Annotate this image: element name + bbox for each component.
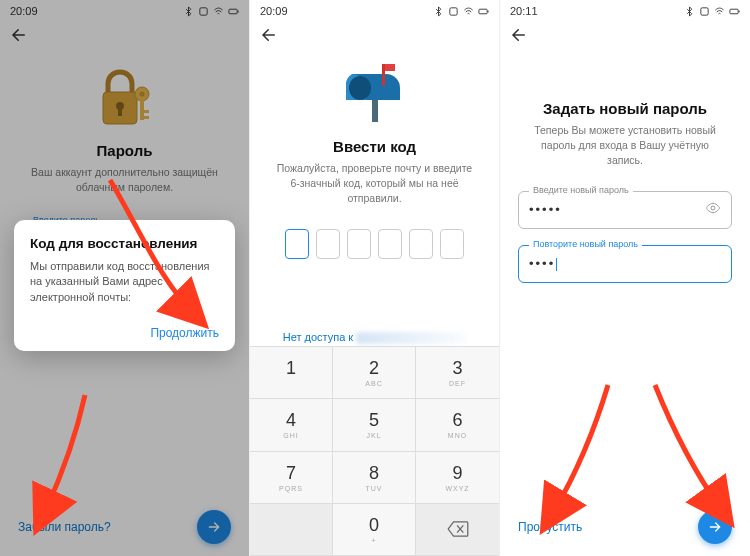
svg-rect-13 [488,10,489,12]
svg-rect-17 [385,64,395,71]
screen-password: 20:09 Пароль Ваш аккаунт дополнительно з [0,0,250,556]
no-access-link[interactable]: Нет доступа к [250,331,499,344]
wifi-icon [714,6,725,17]
rotate-icon [699,6,710,17]
dialog-title: Код для восстановления [30,236,219,251]
skip-link[interactable]: Пропустить [518,520,582,534]
code-digit[interactable] [378,229,402,259]
redacted-email [356,332,466,344]
status-indicators [433,6,489,17]
mailbox-icon [346,62,404,130]
bluetooth-icon [433,6,444,17]
field-label: Введите новый пароль [529,185,633,195]
status-time: 20:09 [260,5,288,17]
new-password-input[interactable]: Введите новый пароль ••••• [518,191,732,229]
status-bar: 20:09 [250,0,499,22]
field-value: ••••• [529,202,562,217]
code-digit[interactable] [440,229,464,259]
code-digit[interactable] [409,229,433,259]
code-digit[interactable] [347,229,371,259]
rotate-icon [448,6,459,17]
eye-icon[interactable] [705,200,721,220]
page-title: Ввести код [333,138,416,155]
code-inputs[interactable] [285,229,464,259]
svg-point-15 [349,76,371,100]
keypad-key-0[interactable]: 0+ [333,504,416,556]
keypad-key-1[interactable]: 1 [250,347,333,399]
keypad-key-4[interactable]: 4GHI [250,399,333,451]
screen-enter-code: 20:09 Ввести код Пожалуйста, проверьте п… [250,0,500,556]
keypad-key-9[interactable]: 9WXYZ [416,452,499,504]
dialog-continue-button[interactable]: Продолжить [150,326,219,340]
field-label: Повторите новый пароль [529,239,642,249]
svg-rect-16 [382,64,385,86]
keypad-key-3[interactable]: 3DEF [416,347,499,399]
svg-rect-11 [450,7,457,14]
bluetooth-icon [684,6,695,17]
keypad-key-2[interactable]: 2ABC [333,347,416,399]
code-digit[interactable] [285,229,309,259]
screen-new-password: 20:11 Задать новый пароль Теперь Вы може… [500,0,750,556]
status-bar: 20:11 [500,0,750,22]
svg-rect-12 [479,9,487,14]
code-digit[interactable] [316,229,340,259]
svg-rect-20 [739,10,740,12]
dialog-body: Мы отправили код восстановления на указа… [30,259,219,305]
page-title: Задать новый пароль [543,100,707,117]
svg-point-21 [711,206,715,210]
keypad-key-6[interactable]: 6MNO [416,399,499,451]
numeric-keypad: 1 2ABC3DEF4GHI5JKL6MNO7PQRS8TUV9WXYZ0+ [250,346,499,556]
battery-icon [478,6,489,17]
battery-icon [729,6,740,17]
backspace-icon [447,521,469,537]
back-icon[interactable] [510,26,528,48]
page-subtitle: Пожалуйста, проверьте почту и введите 6-… [268,161,481,207]
recovery-code-dialog: Код для восстановления Мы отправили код … [14,220,235,351]
arrow-right-icon [707,519,723,535]
status-indicators [684,6,740,17]
wifi-icon [463,6,474,17]
keypad-backspace[interactable] [416,504,499,556]
svg-rect-14 [372,98,378,122]
keypad-key-5[interactable]: 5JKL [333,399,416,451]
svg-rect-18 [701,7,708,14]
status-time: 20:11 [510,5,538,17]
page-subtitle: Теперь Вы можете установить новый пароль… [518,123,732,169]
svg-rect-19 [730,9,738,14]
field-value: •••• [529,256,557,271]
keypad-key-7[interactable]: 7PQRS [250,452,333,504]
back-icon[interactable] [260,26,278,48]
next-button[interactable] [698,510,732,544]
repeat-password-input[interactable]: Повторите новый пароль •••• [518,245,732,283]
keypad-key-8[interactable]: 8TUV [333,452,416,504]
keypad-blank [250,504,333,556]
